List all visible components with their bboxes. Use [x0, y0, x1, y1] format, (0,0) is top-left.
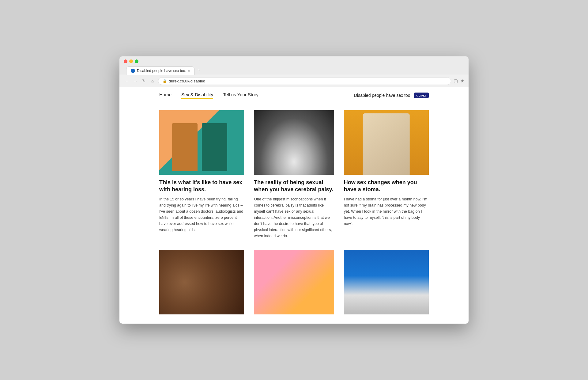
articles-grid: This is what it's like to have sex with … — [119, 104, 469, 324]
tab-title: Disabled people have sex too. — [137, 69, 186, 73]
article-image-2 — [254, 110, 334, 175]
minimize-window-button[interactable] — [129, 59, 133, 63]
tab-favicon — [131, 69, 135, 73]
article-title-1: This is what it's like to have sex with … — [159, 179, 244, 193]
site-tagline: Disabled people have sex too. durex — [354, 93, 429, 98]
active-tab[interactable]: Disabled people have sex too. × — [126, 66, 194, 75]
cast-icon[interactable]: ▢ — [454, 78, 458, 84]
article-image-6 — [344, 250, 429, 314]
forward-button[interactable]: → — [132, 78, 138, 84]
article-card-1[interactable]: This is what it's like to have sex with … — [159, 104, 249, 244]
article-excerpt-1: In the 15 or so years I have been trying… — [159, 196, 244, 233]
article-card-3[interactable]: How sex changes when you have a stoma. I… — [339, 104, 429, 244]
article-title-2: The reality of being sexual when you hav… — [254, 179, 334, 193]
article-image-4 — [159, 250, 244, 314]
article-card-6[interactable] — [339, 244, 429, 324]
address-bar[interactable]: 🔒 durex.co.uk/disabled — [158, 77, 451, 85]
new-tab-button[interactable]: + — [194, 66, 203, 75]
article-card-5[interactable] — [249, 244, 339, 324]
nav-home[interactable]: Home — [159, 92, 172, 99]
article-card-4[interactable] — [159, 244, 249, 324]
article-image-1 — [159, 110, 244, 175]
durex-brand-badge: durex — [414, 93, 429, 98]
lock-icon: 🔒 — [163, 79, 167, 83]
close-window-button[interactable] — [124, 59, 127, 63]
url-text: durex.co.uk/disabled — [169, 79, 205, 83]
maximize-window-button[interactable] — [135, 59, 138, 63]
reload-button[interactable]: ↻ — [141, 78, 147, 84]
article-card-2[interactable]: The reality of being sexual when you hav… — [249, 104, 339, 244]
tagline-text: Disabled people have sex too. — [354, 93, 412, 98]
website-content: Home Sex & Disability Tell us Your Story… — [119, 87, 469, 324]
browser-titlebar: Disabled people have sex too. × + — [119, 56, 469, 75]
nav-links: Home Sex & Disability Tell us Your Story — [159, 92, 354, 99]
browser-nav-right: ▢ ★ — [454, 78, 464, 84]
article-excerpt-2: One of the biggest misconceptions when i… — [254, 196, 334, 239]
browser-controls — [124, 59, 464, 63]
tab-close-button[interactable]: × — [188, 69, 190, 73]
nav-tell-story[interactable]: Tell us Your Story — [223, 92, 258, 99]
home-button[interactable]: ⌂ — [149, 78, 156, 84]
browser-addressbar: ← → ↻ ⌂ 🔒 durex.co.uk/disabled ▢ ★ — [119, 75, 469, 87]
article-excerpt-3: I have had a stoma for just over a month… — [344, 196, 429, 227]
nav-sex-disability[interactable]: Sex & Disability — [181, 92, 213, 99]
article-image-3 — [344, 110, 429, 175]
site-navigation: Home Sex & Disability Tell us Your Story… — [119, 87, 469, 104]
browser-tabs: Disabled people have sex too. × + — [126, 66, 464, 75]
back-button[interactable]: ← — [124, 78, 130, 84]
article-title-3: How sex changes when you have a stoma. — [344, 179, 429, 193]
browser-window: Disabled people have sex too. × + ← → ↻ … — [119, 56, 469, 324]
bookmark-icon[interactable]: ★ — [460, 78, 464, 84]
article-image-5 — [254, 250, 334, 314]
